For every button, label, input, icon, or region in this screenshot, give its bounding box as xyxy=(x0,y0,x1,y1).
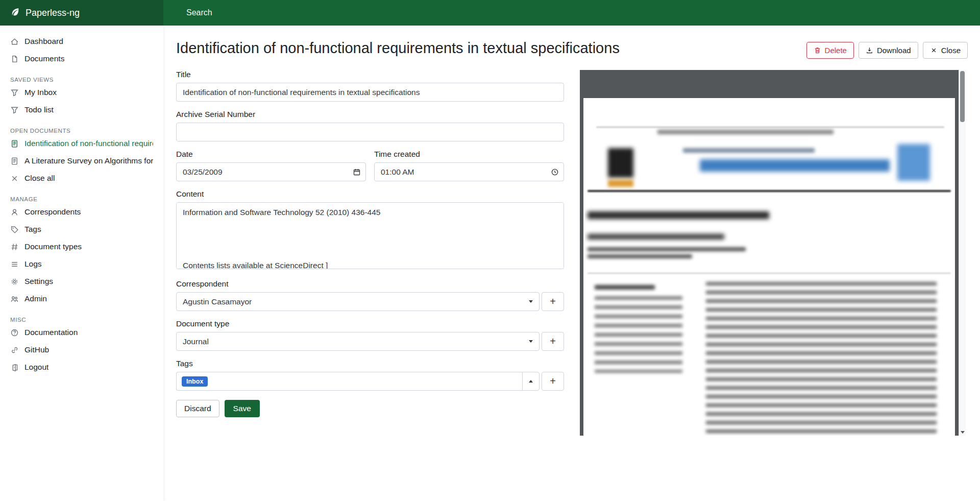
pdf-blur-header-line xyxy=(657,130,834,134)
preview-scroll-down-arrow[interactable] xyxy=(961,431,965,434)
app-brand[interactable]: Paperless-ng xyxy=(0,0,163,26)
date-input[interactable] xyxy=(176,162,366,181)
sidebar-close-all[interactable]: Close all xyxy=(0,170,163,187)
tag-icon xyxy=(10,225,19,234)
pdf-blur-affiliation-2 xyxy=(587,254,692,258)
filter-icon xyxy=(10,106,19,114)
sidebar-item-label: Settings xyxy=(24,277,53,286)
save-button[interactable]: Save xyxy=(225,400,260,417)
add-correspondent-button[interactable]: + xyxy=(542,292,564,311)
sidebar-item-documentation[interactable]: Documentation xyxy=(0,324,163,341)
discard-button[interactable]: Discard xyxy=(176,400,219,417)
add-document-type-button[interactable]: + xyxy=(542,332,564,351)
sidebar-item-my-inbox[interactable]: My Inbox xyxy=(0,84,163,101)
chevron-down-icon xyxy=(529,340,533,343)
tags-input[interactable]: Inbox xyxy=(176,372,522,391)
document-type-selected-value: Journal xyxy=(183,337,209,346)
sidebar-item-label: Todo list xyxy=(24,105,54,114)
sidebar-item-label: Document types xyxy=(24,242,82,251)
sidebar-heading-manage: MANAGE xyxy=(10,196,153,202)
preview-scrollbar-thumb[interactable] xyxy=(960,71,965,122)
sidebar-item-document-types[interactable]: Document types xyxy=(0,238,163,255)
correspondent-select[interactable]: Agustin Casamayor xyxy=(176,292,540,311)
hash-icon xyxy=(10,243,19,251)
sidebar-item-label: Admin xyxy=(24,294,47,303)
sidebar-item-todo-list[interactable]: Todo list xyxy=(0,101,163,118)
pdf-blur-authors xyxy=(587,234,724,240)
pdf-page xyxy=(583,98,955,436)
sidebar-open-document-1[interactable]: Identification of non-functional require… xyxy=(0,135,163,152)
sidebar-item-logs[interactable]: Logs xyxy=(0,255,163,273)
pdf-blur-abstract-lines xyxy=(706,282,937,433)
pdf-blur-article-title xyxy=(587,211,769,219)
tags-label: Tags xyxy=(176,359,564,368)
sidebar-item-correspondents[interactable]: Correspondents xyxy=(0,203,163,221)
sidebar-item-github[interactable]: GitHub xyxy=(0,341,163,359)
sidebar-item-admin[interactable]: Admin xyxy=(0,290,163,307)
pdf-blur-separator xyxy=(587,273,951,274)
sidebar-item-dashboard[interactable]: Dashboard xyxy=(0,33,163,50)
sidebar-item-documents[interactable]: Documents xyxy=(0,50,163,67)
page-title: Identification of non-functional require… xyxy=(176,39,620,57)
sidebar-heading-open-documents: OPEN DOCUMENTS xyxy=(10,128,153,134)
pdf-blur-rule-dark xyxy=(587,190,951,192)
list-icon xyxy=(10,260,19,269)
pdf-blur-journal-title xyxy=(700,159,890,172)
sidebar-item-label: Tags xyxy=(24,225,41,234)
sidebar-item-label: Dashboard xyxy=(24,37,63,46)
sidebar-item-label: Identification of non-functional require… xyxy=(24,139,153,148)
navbar-search-area xyxy=(163,0,980,26)
sidebar-item-label: Close all xyxy=(24,174,55,183)
sidebar-item-label: Documents xyxy=(24,54,64,63)
pdf-blur-affiliation-1 xyxy=(587,247,746,251)
add-tag-button[interactable]: + xyxy=(542,372,564,391)
sidebar-item-label: Logout xyxy=(24,363,48,372)
time-created-input[interactable] xyxy=(374,162,564,181)
close-button[interactable]: Close xyxy=(923,42,968,59)
sidebar-item-logout[interactable]: Logout xyxy=(0,359,163,376)
close-button-label: Close xyxy=(941,46,961,55)
sidebar-open-document-2[interactable]: A Literature Survey on Algorithms for Mu… xyxy=(0,152,163,170)
preview-scrollbar[interactable] xyxy=(959,70,966,436)
download-button[interactable]: Download xyxy=(859,42,918,59)
pdf-blur-sciencedirect-logo xyxy=(897,144,930,181)
asn-label: Archive Serial Number xyxy=(176,110,564,119)
trash-icon xyxy=(814,46,821,54)
archive-serial-number-input[interactable] xyxy=(176,123,564,141)
github-icon xyxy=(10,346,19,354)
sidebar-item-tags[interactable]: Tags xyxy=(0,221,163,238)
person-icon xyxy=(10,208,19,217)
close-icon xyxy=(930,46,938,54)
sidebar-item-label: Correspondents xyxy=(24,207,81,217)
sidebar-item-label: A Literature Survey on Algorithms for Mu… xyxy=(24,156,153,165)
content-textarea[interactable]: Information and Software Technology 52 (… xyxy=(176,202,564,269)
chevron-up-icon xyxy=(529,380,533,383)
delete-button[interactable]: Delete xyxy=(806,42,854,59)
download-icon xyxy=(866,46,873,54)
pdf-blur-publisher-logo xyxy=(608,148,633,178)
dashboard-icon xyxy=(10,37,19,46)
pdf-blur-info-heading xyxy=(595,285,655,290)
header-actions: Delete Download Close xyxy=(806,42,968,59)
document-type-select[interactable]: Journal xyxy=(176,332,540,351)
pdf-blur-logo-bar xyxy=(608,180,633,187)
logout-door-icon xyxy=(10,363,19,372)
pdf-blur-homepage-line xyxy=(683,148,815,153)
sidebar-item-label: GitHub xyxy=(24,345,49,354)
tags-dropdown-toggle[interactable] xyxy=(522,372,540,391)
tag-badge-inbox[interactable]: Inbox xyxy=(182,376,208,387)
sidebar-item-label: My Inbox xyxy=(24,88,57,97)
correspondent-label: Correspondent xyxy=(176,279,564,289)
document-text-icon xyxy=(10,157,19,165)
title-input[interactable] xyxy=(176,83,564,102)
app-brand-label: Paperless-ng xyxy=(26,8,80,18)
pdf-preview-pane xyxy=(580,70,966,436)
document-edit-form: Title Archive Serial Number Date Time cr… xyxy=(176,70,564,417)
pdf-blur-info-lines xyxy=(595,296,682,373)
delete-button-label: Delete xyxy=(825,46,847,55)
search-input[interactable] xyxy=(185,8,543,18)
tags-input-group: Inbox xyxy=(176,372,540,391)
time-created-label: Time created xyxy=(374,150,564,159)
sidebar-item-settings[interactable]: Settings xyxy=(0,273,163,290)
gear-icon xyxy=(10,277,19,286)
